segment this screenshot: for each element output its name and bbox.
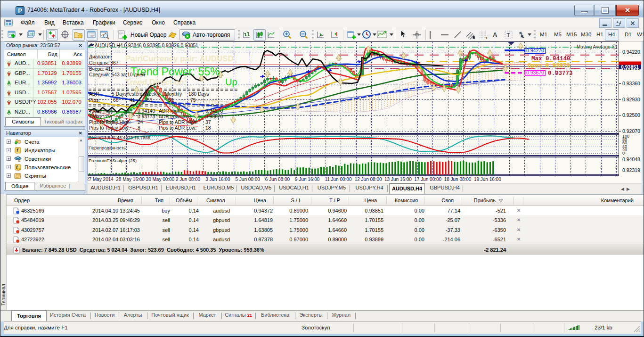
svg-text:75: 75: [190, 98, 196, 103]
svg-text:Trend Direction:: Trend Direction:: [125, 78, 187, 87]
svg-text:3 Jun 16:00: 3 Jun 16:00: [205, 177, 230, 182]
svg-text:0.93773: 0.93773: [548, 70, 573, 77]
svg-text:Сегодня: 367: Сегодня: 367: [89, 60, 119, 66]
svg-text:Pips to Today High:: Pips to Today High:: [89, 120, 131, 125]
svg-text:17 Jun 00:00: 17 Jun 00:00: [414, 177, 441, 182]
svg-text:Диапазон:: Диапазон:: [89, 54, 112, 59]
svg-text:60: 60: [113, 98, 119, 103]
svg-text:Open 0.93970: Open 0.93970: [528, 63, 570, 69]
svg-text:Pips to ADR High:: Pips to ADR High:: [159, 120, 197, 125]
svg-text:51: 51: [147, 98, 153, 103]
svg-text:37: 37: [205, 120, 211, 125]
svg-text:27 May 2014: 27 May 2014: [88, 177, 114, 182]
svg-text:Stoch(13,5,8) 48.4923 76.7868: Stoch(13,5,8) 48.4923 76.7868: [89, 135, 150, 140]
svg-text:0.93670: 0.93670: [205, 114, 223, 119]
svg-text:0.92930: 0.92930: [622, 97, 640, 102]
svg-text:24: 24: [138, 120, 143, 125]
svg-text:0.92319: 0.92319: [622, 167, 640, 173]
svg-text:0.92500: 0.92500: [622, 112, 640, 118]
svg-text:30 May 00:00: 30 May 00:00: [146, 177, 175, 182]
svg-text:8: 8: [138, 125, 140, 131]
svg-text:18 Jun 08:00: 18 Jun 08:00: [444, 177, 472, 182]
svg-text:PremiumFXScalper (25): PremiumFXScalper (25): [89, 158, 137, 163]
svg-text:ADR Low:: ADR Low:: [159, 114, 180, 119]
svg-text:12 Jun 08:00: 12 Jun 08:00: [355, 177, 382, 182]
svg-text:28 May 16:00: 28 May 16:00: [116, 177, 145, 182]
svg-text:0.93851: 0.93851: [621, 64, 639, 70]
svg-text:Средний: 543 за 10 дней: Средний: 543 за 10 дней: [89, 72, 145, 77]
svg-text:0.94220: 0.94220: [622, 49, 640, 55]
svg-text:ADR:: ADR:: [89, 91, 101, 97]
svg-text:Moving Average: Moving Average: [577, 44, 611, 49]
svg-text:Today High:: Today High:: [89, 108, 114, 114]
svg-text:Today Low:: Today Low:: [89, 114, 114, 119]
svg-text:Max 0.94140: Max 0.94140: [531, 56, 571, 62]
svg-text:0.94270: 0.94270: [526, 48, 544, 53]
svg-text:11 Jun 00:00: 11 Jun 00:00: [325, 177, 352, 182]
svg-text:Monthly: Monthly: [165, 91, 182, 97]
svg-text:5 Days: 5 Days: [112, 91, 127, 97]
svg-text:0.94140: 0.94140: [138, 108, 155, 114]
svg-text:0: 0: [622, 151, 625, 156]
svg-text:Pips:: Pips:: [89, 98, 100, 103]
svg-text:F: F: [486, 36, 489, 40]
svg-text:Pair/Currency pair: AUDUSD: Pair/Currency pair: AUDUSD: [125, 54, 234, 63]
svg-text:0.93670: 0.93670: [526, 70, 544, 75]
svg-text:0.93360: 0.93360: [622, 81, 640, 86]
svg-text:0.94270: 0.94270: [205, 108, 223, 114]
svg-text:5 Jun 00:00: 5 Jun 00:00: [236, 177, 261, 182]
svg-text:ADR High:: ADR High:: [159, 108, 182, 114]
svg-text:13 Jun 16:00: 13 Jun 16:00: [384, 177, 412, 182]
svg-text:19 Jun 16:00: 19 Jun 16:00: [474, 177, 501, 182]
svg-text:Pips to Today Low:: Pips to Today Low:: [89, 125, 130, 131]
svg-text:18: 18: [205, 125, 211, 131]
svg-text:2 Jun 08:00: 2 Jun 08:00: [176, 177, 201, 182]
svg-text:Weekly: Weekly: [144, 91, 160, 97]
svg-text:6 Jun 08:00: 6 Jun 08:00: [265, 177, 290, 182]
svg-text:Pips to ADR Low:: Pips to ADR Low:: [159, 125, 196, 131]
svg-text:0.92070: 0.92070: [622, 128, 640, 134]
svg-text:0.94048: 0.94048: [622, 156, 640, 162]
svg-text:0.93773: 0.93773: [138, 114, 155, 119]
svg-text:Перепроданность: Перепроданность: [89, 145, 126, 150]
svg-text:T: T: [507, 32, 510, 38]
svg-text:41: 41: [130, 98, 135, 103]
svg-text:180 Days: 180 Days: [188, 91, 209, 97]
svg-text:Up: Up: [225, 77, 237, 87]
svg-text:AUDUSD,H4 0.93846 0.93895 0.9: AUDUSD,H4 0.93846 0.93895 0.93826 0.9385…: [95, 43, 198, 48]
svg-text:E: E: [473, 35, 475, 40]
svg-text:9 Jun 16:00: 9 Jun 16:00: [295, 177, 320, 182]
svg-text:56: 56: [168, 98, 174, 103]
svg-text:Вчера: 411: Вчера: 411: [89, 66, 113, 72]
